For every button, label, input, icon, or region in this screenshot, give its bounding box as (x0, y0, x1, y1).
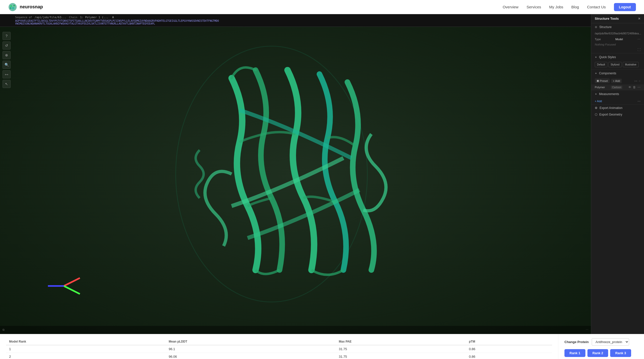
sequence-bar: Sequence of /api/job/file/63... Chain 1:… (0, 14, 591, 27)
measurements-section-header[interactable]: ✦ Measurements (591, 90, 644, 98)
cell-plddt: 96.1 (166, 345, 336, 353)
view-options-icon: ⋯ (586, 328, 588, 331)
structure-section: ⚙ Structure /api/job/file/631f9acb4d9072… (591, 23, 644, 53)
brand: neurosnap (8, 3, 43, 12)
logout-button[interactable]: Logout (614, 3, 636, 11)
col-mean-plddt: Mean pLDDT (166, 338, 336, 345)
cell-plddt: 96.06 (166, 353, 336, 359)
rank-1-button[interactable]: Rank 1 (564, 349, 585, 357)
cell-rank: 2 (6, 353, 166, 359)
nav-my-jobs[interactable]: My Jobs (549, 5, 563, 9)
cube-icon: ⬡ (595, 113, 597, 116)
svg-point-1 (10, 5, 12, 7)
col-ptm: pTM (466, 338, 552, 345)
cell-rank: 1 (6, 345, 166, 353)
measurements-section: ✦ Measurements + Add ⧟ (591, 90, 644, 105)
svg-point-3 (12, 7, 14, 9)
components-menu-icon[interactable]: ○ (639, 79, 640, 83)
protein-3d-render (0, 14, 591, 334)
nothing-focused: Nothing Focused (591, 42, 644, 48)
rank-2-button[interactable]: Rank 2 (587, 349, 608, 357)
protein-select[interactable]: Antifreeze_protein (592, 338, 629, 346)
polymer-menu-icon[interactable]: ⋯ (637, 85, 640, 89)
film-icon: ⚙ (595, 106, 598, 110)
search-tool-btn[interactable]: 🔍 (3, 61, 11, 69)
cell-ptm: 0.86 (466, 353, 552, 359)
components-controls: ▣ Preset + Add ⧟ ○ (591, 77, 644, 84)
scores-table-section: Model Rank Mean pLDDT Max PAE pTM 196.13… (0, 334, 558, 359)
nav-links: Overview Services My Jobs Blog Contact U… (503, 3, 636, 11)
rotate-tool-btn[interactable]: ↺ (3, 41, 11, 50)
components-section: ✦ Components ▣ Preset + Add ⧟ ○ Polymer … (591, 70, 644, 90)
gear-icon: ⚙ (595, 26, 597, 29)
viewer-section: Sequence of /api/job/file/63... Chain 1:… (0, 14, 644, 334)
structure-section-header[interactable]: ⚙ Structure (591, 23, 644, 31)
measurements-settings-icon[interactable]: ⧟ (637, 99, 640, 103)
table-row: 296.0631.750.86 (6, 353, 552, 359)
results-section: Model Rank Mean pLDDT Max PAE pTM 196.13… (0, 334, 644, 359)
sliders-tool-btn[interactable]: ⧟ (3, 70, 11, 78)
nav-blog[interactable]: Blog (571, 5, 579, 9)
logo-icon (8, 3, 17, 12)
cell-ptm: 0.86 (466, 345, 552, 353)
add-component-btn[interactable]: + Add (611, 79, 622, 83)
nav-overview[interactable]: Overview (503, 5, 518, 9)
right-panel: Structure Tools ✕ ⚙ Structure /api/job/f… (591, 14, 644, 334)
polymer-eye-icon[interactable]: 👁 (628, 85, 631, 89)
svg-point-2 (13, 5, 15, 6)
nav-services[interactable]: Services (527, 5, 541, 9)
style-default-btn[interactable]: Default (595, 62, 607, 67)
measurements-controls: + Add ⧟ (591, 98, 644, 104)
ruler-icon: ✦ (595, 93, 597, 96)
protein-viewer[interactable]: ? ↺ ⊕ 🔍 ⧟ ↖ ⧉ ⋯ (0, 14, 591, 334)
expand-icon[interactable]: ⛶ (637, 48, 640, 52)
cursor-tool-btn[interactable]: ↖ (3, 80, 11, 88)
cell-pae: 31.75 (336, 353, 466, 359)
structure-tools-header: Structure Tools ✕ (591, 14, 644, 23)
components-icon: ✦ (595, 72, 597, 75)
style-stylized-btn[interactable]: Stylized (608, 62, 622, 67)
preset-btn[interactable]: ▣ Preset (595, 78, 610, 83)
quick-styles-header[interactable]: ✦ Quick Styles (591, 53, 644, 61)
quick-styles-section: ✦ Quick Styles Default Stylized Illustra… (591, 53, 644, 70)
col-max-pae: Max PAE (336, 338, 466, 345)
box-icon: ▣ (597, 79, 599, 82)
rank-3-button[interactable]: Rank 3 (610, 349, 631, 357)
polymer-row: Polymer Cartoon 👁 🗑 ⋯ (591, 84, 644, 90)
change-protein-row: Change Protein Antifreeze_protein (564, 338, 638, 346)
cell-pae: 31.75 (336, 345, 466, 353)
col-model-rank: Model Rank (6, 338, 166, 345)
file-path: /api/job/file/631f9acb4d9072489dea... (591, 31, 644, 36)
protein-info-section: Change Protein Antifreeze_protein Rank 1… (558, 334, 644, 359)
components-settings-icon[interactable]: ⧟ (634, 79, 637, 83)
viewer-toolbar-left: ? ↺ ⊕ 🔍 ⧟ ↖ (0, 29, 13, 334)
brand-name: neurosnap (20, 4, 43, 10)
components-section-header[interactable]: ✦ Components (591, 70, 644, 77)
export-geometry-row[interactable]: ⬡ Export Geometry (591, 111, 644, 118)
rank-buttons-group: Rank 1Rank 2Rank 3Rank 4Rank 5 (564, 349, 638, 359)
nav-contact[interactable]: Contact Us (587, 5, 606, 9)
style-illustrative-btn[interactable]: Illustrative (623, 62, 639, 67)
question-tool-btn[interactable]: ? (3, 32, 11, 40)
svg-point-4 (10, 7, 11, 9)
scores-table: Model Rank Mean pLDDT Max PAE pTM 196.13… (6, 338, 552, 359)
panel-close-icon[interactable]: ✕ (638, 17, 640, 20)
type-row: Type Model ⋯ (591, 36, 644, 42)
export-animation-row[interactable]: ⚙ Export Animation (591, 105, 644, 111)
sparkle-icon: ✦ (595, 56, 597, 59)
polymer-trash-icon[interactable]: 🗑 (633, 85, 636, 89)
zoom-tool-btn[interactable]: ⊕ (3, 51, 11, 59)
navbar: neurosnap Overview Services My Jobs Blog… (0, 0, 644, 14)
type-menu-icon[interactable]: ⋯ (637, 37, 640, 41)
style-buttons-group: Default Stylized Illustrative (591, 61, 644, 69)
viewer-bottom-bar: ⧉ ⋯ (0, 326, 591, 334)
table-row: 196.131.750.86 (6, 345, 552, 353)
add-measurement-btn[interactable]: + Add (595, 100, 602, 103)
